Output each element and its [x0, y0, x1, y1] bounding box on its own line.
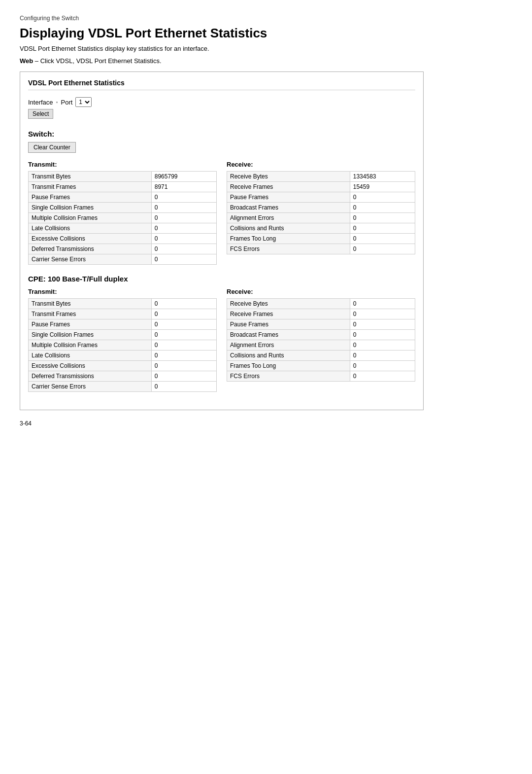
- page-subtitle: VDSL Port Ethernet Statistics display ke…: [20, 45, 512, 52]
- row-value: 0: [151, 309, 216, 319]
- row-label: Frames Too Long: [227, 361, 350, 371]
- transmit-label: Transmit:: [28, 161, 217, 168]
- row-value: 0: [151, 299, 216, 309]
- table-row: Frames Too Long0: [227, 234, 415, 244]
- clear-counter-button[interactable]: Clear Counter: [28, 142, 76, 153]
- cpe-transmit-label: Transmit:: [28, 288, 217, 295]
- cpe-receive-label: Receive:: [227, 288, 415, 295]
- row-label: Collisions and Runts: [227, 351, 350, 361]
- row-label: Pause Frames: [29, 192, 152, 203]
- table-row: Excessive Collisions0: [29, 361, 217, 371]
- row-label: Broadcast Frames: [227, 203, 350, 213]
- row-value: 15459: [350, 182, 415, 192]
- row-value: 0: [151, 319, 216, 330]
- switch-transmit-table: Transmit Bytes8965799Transmit Frames8971…: [28, 171, 217, 265]
- breadcrumb: Configuring the Switch: [20, 15, 512, 22]
- row-value: 0: [350, 361, 415, 371]
- row-label: Transmit Bytes: [29, 172, 152, 182]
- row-label: Alignment Errors: [227, 340, 350, 351]
- cpe-stats-section: Transmit: Transmit Bytes0Transmit Frames…: [28, 288, 415, 392]
- table-row: FCS Errors0: [227, 244, 415, 254]
- table-row: Pause Frames0: [227, 192, 415, 203]
- row-value: 0: [350, 371, 415, 382]
- table-row: Transmit Bytes8965799: [29, 172, 217, 182]
- row-label: Excessive Collisions: [29, 361, 152, 371]
- row-value: 0: [350, 213, 415, 223]
- cpe-heading: CPE: 100 Base-T/Full duplex: [28, 275, 415, 283]
- table-row: Alignment Errors0: [227, 213, 415, 223]
- table-row: Carrier Sense Errors0: [29, 382, 217, 392]
- port-radio-icon: ◦: [56, 99, 58, 105]
- table-row: Frames Too Long0: [227, 361, 415, 371]
- row-value: 0: [350, 203, 415, 213]
- row-value: 0: [350, 319, 415, 330]
- switch-heading: Switch:: [28, 130, 415, 138]
- web-instruction-text: – Click VDSL, VDSL Port Ethernet Statist…: [33, 57, 161, 65]
- table-row: Transmit Frames8971: [29, 182, 217, 192]
- table-row: Multiple Collision Frames0: [29, 340, 217, 351]
- table-row: Pause Frames0: [227, 319, 415, 330]
- table-row: Late Collisions0: [29, 223, 217, 234]
- switch-receive-table: Receive Bytes1334583Receive Frames15459P…: [227, 171, 415, 254]
- row-label: Transmit Frames: [29, 309, 152, 319]
- receive-label: Receive:: [227, 161, 415, 168]
- table-row: Excessive Collisions0: [29, 234, 217, 244]
- row-label: Receive Bytes: [227, 299, 350, 309]
- panel-title: VDSL Port Ethernet Statistics: [28, 79, 415, 90]
- row-value: 0: [350, 340, 415, 351]
- interface-row: Interface ◦ Port 1: [28, 97, 415, 107]
- row-label: Late Collisions: [29, 351, 152, 361]
- table-row: Pause Frames0: [29, 319, 217, 330]
- row-label: Receive Frames: [227, 309, 350, 319]
- interface-label: Interface: [28, 99, 53, 106]
- row-value: 0: [151, 223, 216, 234]
- table-row: Pause Frames0: [29, 192, 217, 203]
- page-number: 3-64: [20, 420, 512, 427]
- table-row: Transmit Frames0: [29, 309, 217, 319]
- row-label: FCS Errors: [227, 371, 350, 382]
- table-row: Broadcast Frames0: [227, 330, 415, 340]
- cpe-receive-col: Receive: Receive Bytes0Receive Frames0Pa…: [227, 288, 415, 392]
- table-row: FCS Errors0: [227, 371, 415, 382]
- cpe-transmit-col: Transmit: Transmit Bytes0Transmit Frames…: [28, 288, 217, 392]
- table-row: Broadcast Frames0: [227, 203, 415, 213]
- table-row: Deferred Transmissions0: [29, 244, 217, 254]
- row-value: 0: [151, 254, 216, 265]
- row-value: 0: [151, 371, 216, 382]
- row-value: 0: [151, 330, 216, 340]
- table-row: Receive Bytes0: [227, 299, 415, 309]
- row-value: 0: [151, 340, 216, 351]
- row-value: 0: [151, 244, 216, 254]
- row-label: Receive Frames: [227, 182, 350, 192]
- row-value: 8971: [151, 182, 216, 192]
- row-label: Multiple Collision Frames: [29, 213, 152, 223]
- select-button[interactable]: Select: [28, 109, 53, 119]
- port-select[interactable]: 1: [75, 97, 92, 107]
- row-value: 0: [151, 213, 216, 223]
- table-row: Transmit Bytes0: [29, 299, 217, 309]
- cpe-receive-table: Receive Bytes0Receive Frames0Pause Frame…: [227, 298, 415, 382]
- row-label: Pause Frames: [227, 319, 350, 330]
- table-row: Deferred Transmissions0: [29, 371, 217, 382]
- row-label: FCS Errors: [227, 244, 350, 254]
- row-label: Alignment Errors: [227, 213, 350, 223]
- row-label: Carrier Sense Errors: [29, 254, 152, 265]
- table-row: Single Collision Frames0: [29, 330, 217, 340]
- row-label: Receive Bytes: [227, 172, 350, 182]
- row-label: Broadcast Frames: [227, 330, 350, 340]
- table-row: Single Collision Frames0: [29, 203, 217, 213]
- table-row: Collisions and Runts0: [227, 223, 415, 234]
- row-value: 0: [350, 192, 415, 203]
- row-value: 0: [151, 351, 216, 361]
- panel: VDSL Port Ethernet Statistics Interface …: [20, 71, 424, 410]
- page-title: Displaying VDSL Port Ethernet Statistics: [20, 26, 512, 41]
- row-value: 0: [350, 234, 415, 244]
- row-value: 0: [350, 299, 415, 309]
- row-label: Collisions and Runts: [227, 223, 350, 234]
- web-instruction: Web – Click VDSL, VDSL Port Ethernet Sta…: [20, 57, 512, 65]
- row-label: Excessive Collisions: [29, 234, 152, 244]
- switch-stats-section: Transmit: Transmit Bytes8965799Transmit …: [28, 161, 415, 265]
- table-row: Multiple Collision Frames0: [29, 213, 217, 223]
- row-label: Transmit Frames: [29, 182, 152, 192]
- port-label: Port: [61, 99, 73, 106]
